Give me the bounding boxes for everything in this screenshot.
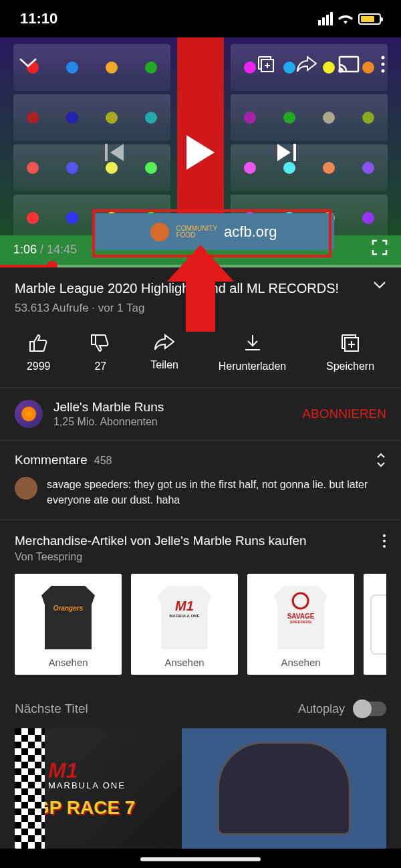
download-icon — [244, 334, 261, 352]
svg-point-2 — [340, 70, 342, 72]
share-button[interactable]: Teilen — [150, 334, 178, 372]
channel-name: Jelle's Marble Runs — [53, 400, 302, 415]
action-bar: 2999 27 Teilen Herunterladen Speichern — [0, 322, 401, 388]
merch-view-button[interactable]: Ansehen — [281, 657, 320, 668]
share-arrow-icon — [154, 334, 174, 351]
video-player[interactable]: COMMUNITYFOOD acfb.org 1:06 / 14:45 — [0, 37, 401, 267]
channel-avatar[interactable] — [15, 400, 43, 428]
save-button[interactable]: Speichern — [326, 334, 374, 372]
banner-subtext: COMMUNITYFOOD — [176, 225, 217, 239]
merch-card[interactable]: SAVAGESPEEDERS Ansehen — [247, 574, 354, 675]
merch-title: Merchandise-Artikel von Jelle's Marble R… — [15, 534, 307, 548]
comment-text: savage speeders: they got us in the firs… — [47, 477, 386, 508]
status-bar: 11:10 — [0, 0, 401, 37]
banner-text: acfb.org — [224, 223, 277, 241]
previous-icon[interactable] — [104, 141, 126, 164]
svg-rect-7 — [293, 144, 296, 161]
comments-label: Kommentare — [15, 453, 88, 467]
svg-point-4 — [382, 63, 385, 66]
merch-carousel[interactable]: Orangers Ansehen M1MARBULA ONE Ansehen S… — [15, 574, 386, 675]
ad-banner[interactable]: COMMUNITYFOOD acfb.org — [94, 213, 334, 250]
video-title[interactable]: Marble League 2020 Highlights and all ML… — [15, 281, 373, 296]
home-indicator[interactable] — [140, 857, 261, 861]
more-icon[interactable] — [381, 56, 385, 73]
thumbs-up-icon — [29, 334, 49, 352]
video-info: Marble League 2020 Highlights and all ML… — [0, 267, 401, 322]
svg-point-5 — [382, 70, 385, 73]
cellular-icon — [318, 12, 333, 25]
duration: 14:45 — [47, 243, 77, 256]
thumbs-down-icon — [90, 334, 110, 352]
wifi-icon — [338, 13, 353, 24]
merch-card[interactable] — [364, 574, 386, 675]
expand-collapse-icon[interactable] — [376, 453, 386, 467]
svg-point-3 — [382, 56, 385, 60]
autoplay-toggle[interactable] — [354, 701, 386, 716]
share-icon[interactable] — [297, 56, 317, 73]
banner-logo-icon — [150, 223, 169, 241]
status-indicators — [318, 12, 381, 25]
merch-view-button[interactable]: Ansehen — [48, 657, 88, 668]
merch-section: Merchandise-Artikel von Jelle's Marble R… — [0, 520, 401, 685]
comments-count: 458 — [94, 455, 112, 466]
download-button[interactable]: Herunterladen — [219, 334, 286, 372]
time-display: 1:06 / 14:45 — [13, 243, 77, 257]
cast-icon[interactable] — [338, 56, 360, 73]
save-icon — [341, 334, 360, 352]
next-icon[interactable] — [275, 141, 297, 164]
status-time: 11:10 — [20, 10, 57, 27]
battery-icon — [358, 13, 381, 25]
progress-bar[interactable] — [0, 265, 401, 267]
svg-point-9 — [383, 534, 386, 537]
chevron-down-icon[interactable] — [19, 58, 37, 68]
commenter-avatar[interactable] — [15, 477, 37, 500]
svg-point-11 — [383, 545, 386, 548]
dislike-button[interactable]: 27 — [90, 334, 110, 372]
expand-icon[interactable] — [373, 281, 386, 289]
autoplay-label: Autoplay — [298, 702, 345, 716]
fullscreen-icon[interactable] — [372, 239, 388, 255]
merch-view-button[interactable]: Ansehen — [164, 657, 204, 668]
next-video-thumbnail[interactable]: M1 MARBULA ONE GP RACE 7 — [15, 728, 386, 849]
channel-subs: 1,25 Mio. Abonnenten — [53, 416, 302, 428]
video-meta: 53.613 Aufrufe · vor 1 Tag — [15, 302, 386, 315]
play-icon[interactable] — [186, 135, 215, 170]
svg-rect-6 — [105, 144, 108, 161]
merch-more-icon[interactable] — [382, 534, 386, 548]
upnext-section: Nächste Titel Autoplay M1 MARBULA ONE GP… — [0, 685, 401, 849]
add-to-queue-icon[interactable] — [257, 55, 275, 74]
channel-row[interactable]: Jelle's Marble Runs 1,25 Mio. Abonnenten… — [0, 388, 401, 441]
upnext-label: Nächste Titel — [15, 701, 88, 716]
merch-card[interactable]: Orangers Ansehen — [15, 574, 122, 675]
merch-card[interactable]: M1MARBULA ONE Ansehen — [131, 574, 238, 675]
comments-section[interactable]: Kommentare458 savage speeders: they got … — [0, 441, 401, 520]
current-time: 1:06 — [13, 243, 37, 256]
svg-point-10 — [383, 540, 386, 542]
like-button[interactable]: 2999 — [27, 334, 51, 372]
subscribe-button[interactable]: ABONNIEREN — [302, 407, 386, 421]
merch-subtitle: Von Teespring — [15, 551, 307, 563]
